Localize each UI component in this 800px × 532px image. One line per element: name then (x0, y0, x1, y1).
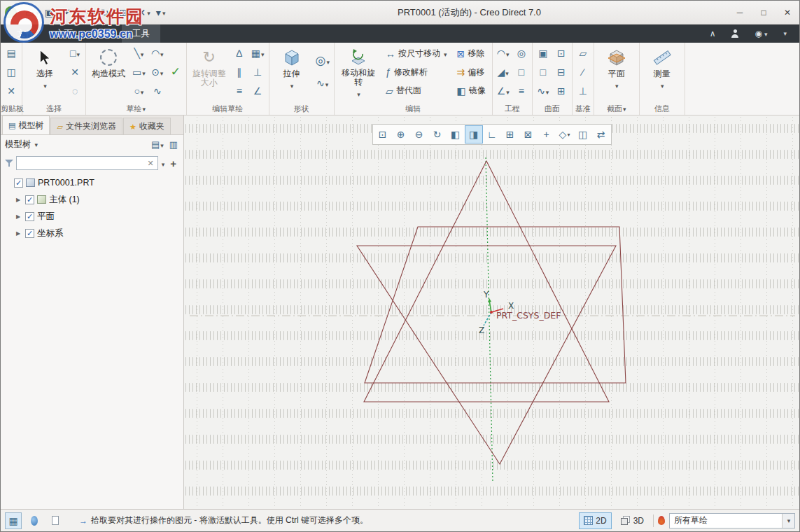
datum-axis-button[interactable]: ∕ (575, 64, 591, 80)
clipping-button[interactable]: ◫ ▾ (574, 125, 592, 144)
repaint-button[interactable]: ↻ ▾ (428, 125, 447, 144)
sketch-palette-button[interactable]: ▦ (249, 45, 267, 62)
round-button[interactable]: ◠ (495, 45, 512, 62)
spin-center-button[interactable]: + ▾ (538, 125, 556, 144)
search-options-caret-icon[interactable] (161, 157, 165, 169)
surface-freestyle-button[interactable]: ∿ (535, 83, 552, 99)
expand-arrow-icon[interactable] (16, 197, 22, 203)
close-window-button[interactable]: ✕ (135, 5, 153, 20)
save-button[interactable]: ▣ (42, 5, 62, 20)
navigator-tab[interactable]: 文件夹浏览器 (50, 118, 122, 134)
paste-button[interactable]: ▤ (3, 45, 20, 62)
sketch-filter-dropdown[interactable]: 所有草绘 (669, 513, 795, 528)
select-button[interactable]: 选择 (24, 44, 65, 102)
sketch-line-button[interactable]: ╲ (130, 45, 148, 62)
revolve-button[interactable]: ◎ (314, 52, 332, 69)
previous-tool-button[interactable]: ⇄ ▾ (592, 125, 610, 144)
datum-display-button[interactable]: ⊞ ▾ (501, 125, 519, 144)
zoom-in-button[interactable]: ⊕ ▾ (392, 125, 410, 144)
mode-3d-button[interactable]: 3D (616, 512, 649, 529)
add-filter-button[interactable]: + (167, 158, 179, 169)
move-rotate-button[interactable]: 移动和旋转 (337, 44, 380, 102)
perpendicular-constraint-button[interactable]: ⊥ (249, 64, 267, 80)
web-browser-button[interactable] (26, 512, 43, 529)
connect-account-button[interactable] (727, 29, 743, 38)
tree-columns-button[interactable]: ▥ (168, 138, 179, 151)
model-tree-menu-caret-icon[interactable] (34, 139, 38, 149)
display-options-button[interactable]: ◉ (750, 28, 771, 39)
redo-button[interactable]: ↷ (80, 5, 98, 20)
window-button[interactable]: ⊞ (116, 5, 134, 20)
surface-merge-button[interactable]: ⊡ (553, 45, 570, 62)
replace-face-button[interactable]: ▱替代面 (381, 82, 451, 99)
tree-item-checkbox[interactable] (14, 178, 23, 188)
measure-button[interactable]: 测量 (642, 44, 682, 102)
orient-mode-button[interactable]: ◇ ▾ (556, 125, 574, 144)
shell-button[interactable]: □ (513, 64, 530, 80)
cut-button[interactable]: ✕ (3, 83, 20, 99)
surface-solidify-button[interactable]: ⊟ (553, 64, 570, 80)
ribbon-tab[interactable]: 文件 (6, 24, 45, 43)
more-options-button[interactable] (778, 29, 791, 38)
maximize-button[interactable]: □ (752, 4, 776, 22)
full-window-button[interactable] (47, 512, 64, 529)
sketch-spline-button[interactable]: ∿ (149, 83, 166, 99)
graphics-area[interactable]: ⊡ ▾ ⊕ ▾ ⊖ ▾ ↻ ▾ ◧ ▾ ◨ ▾ ∟ (184, 115, 799, 509)
tree-item-checkbox[interactable] (25, 195, 34, 204)
accept-sketch-button[interactable]: ✓ (167, 64, 184, 80)
mirror-button[interactable]: ◧镜像 (452, 82, 489, 99)
tree-item-checkbox[interactable] (25, 229, 34, 238)
equal-constraint-button[interactable]: ≡ (231, 83, 248, 99)
dropdown-caret-icon[interactable] (782, 514, 794, 528)
selection-filter-button[interactable]: □ (66, 45, 83, 62)
copy-button[interactable]: ◫ (3, 64, 20, 80)
expand-arrow-icon[interactable] (16, 230, 22, 237)
reselect-button[interactable]: ◌ (66, 83, 83, 99)
saved-orientations-button[interactable]: ◨ ▾ (465, 125, 483, 144)
move-by-dimension-button[interactable]: ↔按尺寸移动 (381, 45, 451, 62)
expand-arrow-icon[interactable] (16, 214, 22, 220)
ribbon-tab[interactable]: 视图 (83, 24, 122, 43)
sweep-button[interactable]: ∿ (314, 75, 332, 92)
filter-funnel-icon[interactable] (5, 159, 13, 167)
ribbon-tab[interactable]: 工具 (122, 24, 160, 43)
surface-trim-button[interactable]: ▣ (535, 45, 552, 62)
rib-button[interactable]: ≡ (513, 83, 530, 99)
model-tree-search-input[interactable] (19, 158, 146, 169)
parallel-constraint-button[interactable]: ∥ (231, 64, 248, 80)
extrude-button[interactable]: 拉伸 (272, 44, 312, 102)
construction-mode-button[interactable]: 构造模式 (88, 44, 129, 102)
surface-fill-button[interactable]: ⊞ (553, 83, 570, 99)
surface-extend-button[interactable]: □ (535, 64, 552, 80)
highlight-color-icon[interactable] (658, 516, 665, 525)
annotation-display-button[interactable]: ⊠ ▾ (519, 125, 538, 144)
tree-item[interactable]: 主体 (1) (1, 191, 183, 208)
remove-button[interactable]: ⊠移除 (452, 45, 489, 62)
tree-item[interactable]: 坐标系 (1, 225, 183, 241)
sketch-circle-button[interactable]: ○ (130, 83, 148, 99)
zoom-out-button[interactable]: ⊖ ▾ (410, 125, 428, 144)
navigator-tab[interactable]: 模型树 (2, 115, 50, 134)
tree-item-checkbox[interactable] (25, 212, 34, 221)
datum-point-button[interactable]: ⊥ (575, 83, 591, 99)
sketch-ellipse-button[interactable]: ⊙ (149, 64, 166, 80)
regenerate-button[interactable]: ↻ (98, 5, 116, 20)
close-button[interactable]: ✕ (776, 4, 799, 22)
draft-button[interactable]: ∠ (495, 83, 512, 99)
offset-button[interactable]: ⇉偏移 (452, 64, 489, 81)
undo-button[interactable]: ↶ (62, 5, 80, 20)
minimize-button[interactable]: ─ (728, 4, 752, 22)
delete-segment-button[interactable]: ∆ (231, 45, 248, 62)
hole-button[interactable]: ◎ (513, 45, 530, 62)
sketch-rectangle-button[interactable]: ▭ (130, 64, 148, 80)
customize-quick-access-button[interactable]: ▾ (153, 5, 169, 20)
mode-2d-button[interactable]: 2D (579, 512, 611, 529)
new-button[interactable]: ▭ (22, 5, 42, 20)
view-normal-button[interactable]: ∟ ▾ (483, 125, 501, 144)
ribbon-tab[interactable]: 主页 (45, 24, 83, 43)
clear-selection-button[interactable]: ✕ (66, 64, 83, 80)
angle-dimension-button[interactable]: ∠ (249, 83, 267, 99)
refit-button[interactable]: ⊡ ▾ (374, 125, 392, 144)
datum-plane-button[interactable]: ▱ (575, 45, 591, 62)
modify-analytic-button[interactable]: ƒ修改解析 (381, 64, 451, 81)
